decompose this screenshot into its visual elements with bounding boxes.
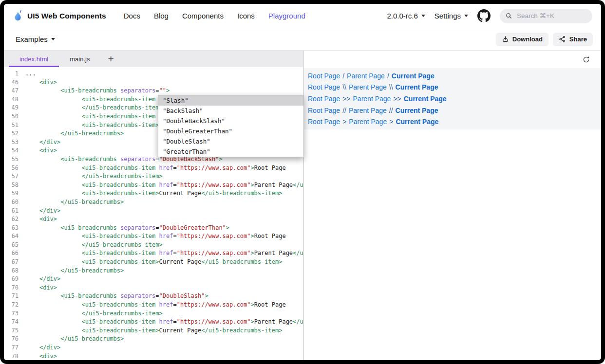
line-number: 56 [4,164,19,173]
line-content: </ui5-breadcrumbs-item> [25,309,303,318]
code-line: 62 <div> [4,215,303,224]
line-content: <ui5-breadcrumbs-item href="https://www.… [25,249,303,258]
line-number: 55 [4,155,19,164]
breadcrumb-separator: / [342,72,344,80]
breadcrumb-link[interactable]: Root Page [308,118,340,126]
examples-label: Examples [16,35,48,43]
line-number: 60 [4,198,19,207]
line-content: </ui5-breadcrumbs> [25,335,303,344]
github-link[interactable] [477,9,491,22]
code-line: 66 <ui5-breadcrumbs-item href="https://w… [4,249,303,258]
breadcrumb-separator: // [342,107,346,114]
split-view: index.htmlmain.js+ 1...46 <div>47 <ui5-b… [4,51,601,360]
line-number: 48 [4,95,19,104]
code-line: 77 </div> [4,344,303,352]
line-number: 1 [4,70,19,78]
line-number: 62 [4,215,19,224]
line-content: </div> [25,344,303,352]
breadcrumb-row: Root Page/Parent Page/Current Page [308,70,601,82]
breadcrumb-link[interactable]: Parent Page [353,95,391,103]
autocomplete-item[interactable]: "GreaterThan" [158,146,303,157]
line-content: <div> [25,215,303,224]
nav-link-components[interactable]: Components [182,12,224,20]
brand[interactable]: UI5 Web Components [13,10,106,22]
search-box[interactable] [500,9,592,23]
line-number: 53 [4,138,19,147]
line-number: 59 [4,189,19,198]
line-content: </ui5-breadcrumbs-item> [25,241,303,250]
breadcrumb-row: Root Page//Parent Page//Current Page [308,105,601,116]
breadcrumb-current: Current Page [404,95,447,103]
window-shell: UI5 Web Components DocsBlogComponentsIco… [0,0,605,364]
line-number: 47 [4,87,19,95]
breadcrumb-separator: // [389,107,393,114]
download-icon [502,36,509,43]
breadcrumb-link[interactable]: Parent Page [349,118,387,126]
line-number: 67 [4,258,19,267]
nav-link-blog[interactable]: Blog [154,12,169,20]
line-content: <ui5-breadcrumbs-item href="https://www.… [25,164,303,173]
download-button[interactable]: Download [496,33,548,46]
breadcrumb-separator: \\ [389,83,393,91]
line-content: <div> [25,352,303,360]
code-line: 73 </ui5-breadcrumbs-item> [4,309,303,318]
search-input[interactable] [516,12,587,20]
breadcrumb-link[interactable]: Parent Page [349,83,387,91]
line-number: 78 [4,352,19,360]
version-dropdown[interactable]: 2.0.0-rc.6 [387,12,425,20]
line-content: </ui5-breadcrumbs> [25,267,303,275]
code-line: 76 </ui5-breadcrumbs> [4,335,303,344]
code-line: 67 <ui5-breadcrumbs-item>Current Page</u… [4,258,303,267]
autocomplete-item[interactable]: "DoubleSlash" [158,136,303,146]
preview-panel: Root Page/Parent Page/Current PageRoot P… [304,51,601,360]
code-editor-panel: index.htmlmain.js+ 1...46 <div>47 <ui5-b… [4,51,303,360]
breadcrumb-current: Current Page [396,83,438,91]
breadcrumb-link[interactable]: Root Page [308,95,340,103]
examples-dropdown[interactable]: Examples [16,35,55,43]
version-label: 2.0.0-rc.6 [387,12,417,20]
preview-canvas: Root Page/Parent Page/Current PageRoot P… [304,68,601,129]
code-line: 78 <div> [4,352,303,360]
breadcrumb-link[interactable]: Root Page [308,83,340,91]
settings-dropdown[interactable]: Settings [435,12,468,20]
autocomplete-item[interactable]: "DoubleBackSlash" [158,116,303,126]
nav-link-docs[interactable]: Docs [124,12,140,20]
code-line: 75 <ui5-breadcrumbs-item>Current Page</u… [4,327,303,335]
share-label: Share [569,36,587,43]
autocomplete-item[interactable]: "DoubleGreaterThan" [158,126,303,136]
breadcrumb-link[interactable]: Root Page [308,107,340,114]
line-content: <ui5-breadcrumbs separators="DoubleGreat… [25,224,303,233]
tab-index.html[interactable]: index.html [9,51,59,67]
breadcrumb-link[interactable]: Parent Page [349,107,387,114]
add-tab-button[interactable]: + [100,51,121,67]
code-line: 57 </ui5-breadcrumbs-item> [4,172,303,181]
brand-title: UI5 Web Components [27,12,106,20]
breadcrumb-current: Current Page [396,118,438,126]
breadcrumb-separator: \\ [342,83,346,91]
line-content: </div> [25,207,303,216]
autocomplete-item[interactable]: "BackSlash" [158,106,303,116]
nav-link-icons[interactable]: Icons [237,12,255,20]
code-line: 72 <ui5-breadcrumbs-item href="https://w… [4,301,303,309]
autocomplete-dropdown: "Slash""BackSlash""DoubleBackSlash""Doub… [158,95,304,157]
line-number: 74 [4,318,19,327]
refresh-button[interactable] [581,55,591,65]
breadcrumb-separator: > [389,118,393,126]
code-line: 71 <ui5-breadcrumbs separators="DoubleSl… [4,292,303,301]
breadcrumb-link[interactable]: Parent Page [347,72,385,80]
tab-main.js[interactable]: main.js [59,51,100,67]
line-number: 77 [4,344,19,352]
line-number: 73 [4,309,19,318]
line-number: 63 [4,224,19,233]
autocomplete-item[interactable]: "Slash" [158,95,303,106]
settings-label: Settings [435,12,461,20]
line-number: 69 [4,275,19,284]
breadcrumb-current: Current Page [392,72,435,80]
code-line: 68 </ui5-breadcrumbs> [4,267,303,275]
refresh-icon [582,55,590,64]
breadcrumb-link[interactable]: Root Page [308,72,340,80]
share-button[interactable]: Share [553,33,593,46]
github-icon [477,9,491,22]
nav-link-playground[interactable]: Playground [268,12,305,20]
code-line: 74 <ui5-breadcrumbs-item href="https://w… [4,318,303,327]
